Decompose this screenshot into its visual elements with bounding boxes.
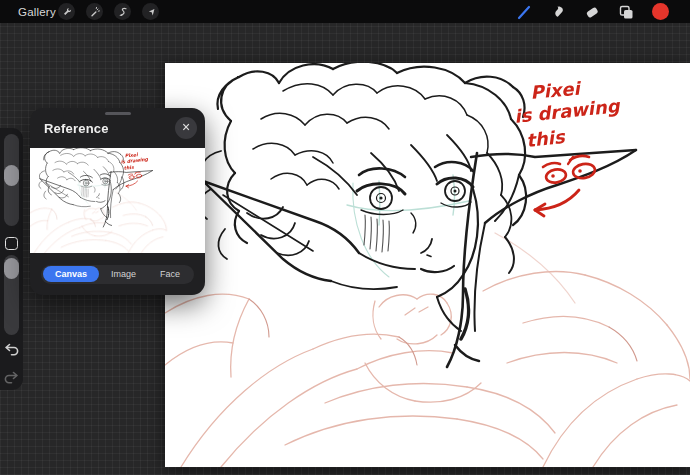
brush-tool-button[interactable] xyxy=(514,2,534,22)
segmented-control: Canvas Image Face xyxy=(41,265,193,284)
wrench-icon xyxy=(61,6,73,18)
transform-arrow-icon xyxy=(145,6,157,18)
right-tool-group xyxy=(514,2,670,22)
reference-thumbnail-art: Pixei is drawing this xyxy=(30,148,205,253)
drag-handle[interactable] xyxy=(105,112,131,115)
reference-thumbnail[interactable]: Pixei is drawing this xyxy=(30,148,205,253)
drawing-canvas[interactable]: Pixei is drawing this xyxy=(165,63,690,467)
color-swatch xyxy=(652,3,669,20)
selection-s-icon xyxy=(117,6,129,18)
brush-size-slider[interactable] xyxy=(4,134,19,226)
reference-panel-header[interactable]: Reference × xyxy=(30,108,205,148)
reference-panel: Reference × xyxy=(30,108,205,295)
smudge-icon xyxy=(549,3,567,21)
modify-button[interactable] xyxy=(5,237,18,250)
character-artwork: Pixei is drawing this xyxy=(165,63,690,467)
red-annotation: Pixei is drawing this xyxy=(513,78,621,151)
adjustments-button[interactable] xyxy=(86,3,103,20)
color-button[interactable] xyxy=(650,2,670,22)
undo-button[interactable] xyxy=(2,340,21,360)
tab-face[interactable]: Face xyxy=(148,266,192,282)
selection-button[interactable] xyxy=(114,3,131,20)
transform-button[interactable] xyxy=(142,3,159,20)
annotation-line-1: Pixei xyxy=(125,152,140,158)
layers-button[interactable] xyxy=(616,2,636,22)
curved-arrow-doodle xyxy=(535,190,579,216)
close-icon: × xyxy=(182,119,190,135)
smudge-tool-button[interactable] xyxy=(548,2,568,22)
tab-image[interactable]: Image xyxy=(99,266,148,282)
brush-icon xyxy=(515,3,533,21)
opacity-handle[interactable] xyxy=(4,258,19,279)
eraser-tool-button[interactable] xyxy=(582,2,602,22)
redo-button[interactable] xyxy=(2,368,21,388)
brush-size-handle[interactable] xyxy=(4,165,19,186)
annotation-line-3: this xyxy=(525,126,567,151)
magic-wand-icon xyxy=(89,6,101,18)
red-annotation: Pixei is drawing this xyxy=(121,152,149,171)
reference-tab-bar: Canvas Image Face xyxy=(30,253,205,295)
annotation-line-2: is drawing xyxy=(121,157,149,165)
gallery-button[interactable]: Gallery xyxy=(18,0,56,23)
sketch-underlayer xyxy=(165,233,690,467)
close-button[interactable]: × xyxy=(175,117,197,139)
undo-icon xyxy=(2,346,21,363)
left-tool-group xyxy=(58,3,159,20)
curved-arrow-doodle xyxy=(126,181,137,188)
eraser-icon xyxy=(583,3,601,21)
top-toolbar: Gallery xyxy=(0,0,690,23)
annotation-line-3: this xyxy=(124,165,135,171)
brush-sidebar xyxy=(0,128,23,390)
redo-icon xyxy=(2,374,21,391)
annotation-line-2: is drawing xyxy=(513,95,621,127)
tab-canvas[interactable]: Canvas xyxy=(43,266,99,282)
sketch-underlayer xyxy=(30,192,166,253)
actions-button[interactable] xyxy=(58,3,75,20)
opacity-slider[interactable] xyxy=(4,255,19,335)
layers-icon xyxy=(617,3,635,21)
reference-panel-title: Reference xyxy=(44,121,109,136)
